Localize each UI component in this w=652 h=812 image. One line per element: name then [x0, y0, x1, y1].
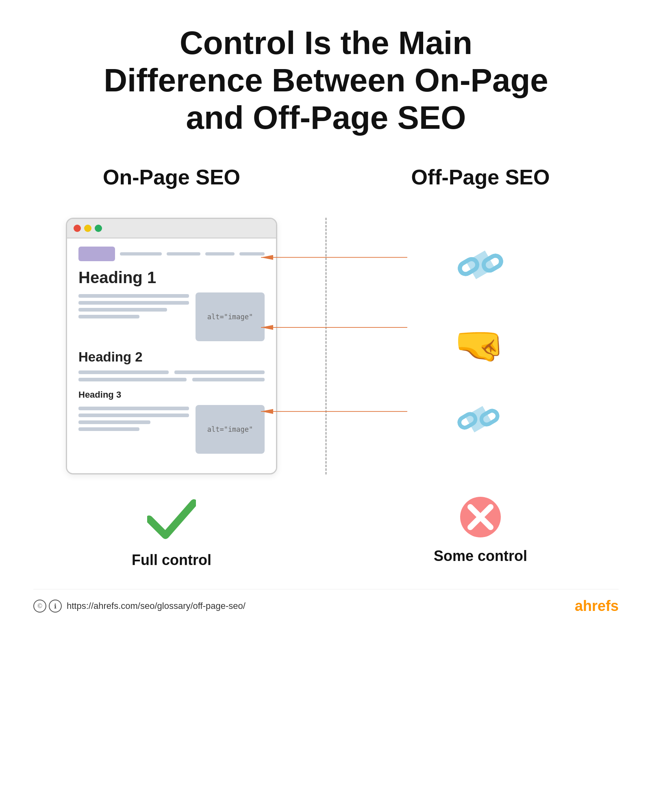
nav-line-1 [120, 252, 162, 256]
bottom-left: Full control [33, 495, 310, 569]
some-control-label: Some control [434, 548, 527, 565]
text-line [78, 370, 169, 374]
text-lines-wide [78, 370, 265, 381]
column-divider [326, 218, 327, 474]
nav-line-2 [167, 252, 200, 256]
browser-heading-1: Heading 1 [78, 269, 265, 287]
icon-item-hand: 🤜 [454, 307, 505, 384]
image-placeholder-2: alt="image" [196, 405, 265, 454]
left-col-heading: On-Page SEO [103, 165, 240, 189]
text-line [78, 414, 189, 417]
icon-item-backlink-1 [454, 230, 507, 307]
chain-link-icon-1 [454, 238, 507, 299]
browser-dot-yellow [84, 225, 91, 232]
browser-mockup: Heading 1 alt="image" [66, 218, 277, 474]
right-icons-column: 🤜 [310, 218, 619, 474]
text-line [174, 370, 265, 374]
icon-item-backlink-2 [454, 384, 503, 461]
browser-navbar [78, 247, 265, 261]
right-icons-list: 🤜 [454, 222, 507, 461]
text-line [192, 378, 265, 381]
info-icon: ℹ [49, 600, 62, 613]
nav-line-4 [239, 252, 265, 256]
content-row-2: alt="image" [78, 405, 265, 454]
full-control-label: Full control [132, 552, 211, 569]
text-line [78, 407, 189, 410]
text-line [78, 301, 189, 305]
ahrefs-logo: ahrefs [575, 598, 619, 615]
main-title: Control Is the Main Difference Between O… [102, 24, 550, 136]
hand-icon: 🤜 [454, 325, 505, 366]
browser-topbar [67, 219, 276, 238]
chain-link-icon-2 [454, 395, 503, 451]
bottom-right: Some control [310, 495, 619, 569]
text-line [78, 315, 139, 318]
checkmark-svg [147, 495, 196, 543]
footer: © ℹ https://ahrefs.com/seo/glossary/off-… [33, 589, 619, 615]
text-line [78, 294, 189, 298]
browser-heading-2: Heading 2 [78, 349, 265, 365]
footer-url: https://ahrefs.com/seo/glossary/off-page… [67, 601, 246, 611]
text-line [78, 427, 139, 431]
text-line [78, 378, 187, 381]
right-col-heading: Off-Page SEO [411, 165, 550, 189]
footer-license-icons: © ℹ [33, 600, 62, 613]
footer-left: © ℹ https://ahrefs.com/seo/glossary/off-… [33, 600, 246, 613]
browser-dot-red [74, 225, 81, 232]
browser-heading-3: Heading 3 [78, 390, 265, 400]
browser-dot-green [95, 225, 102, 232]
nav-logo-placeholder [78, 247, 115, 261]
browser-body: Heading 1 alt="image" [67, 238, 276, 473]
text-lines-1 [78, 292, 189, 341]
text-line [78, 420, 150, 424]
text-lines-2 [78, 405, 189, 454]
page-wrapper: Control Is the Main Difference Between O… [0, 0, 652, 812]
content-row-1: alt="image" [78, 292, 265, 341]
main-content-area: Heading 1 alt="image" [33, 218, 619, 474]
cc-icon: © [33, 600, 46, 613]
chain-svg-1 [454, 238, 507, 291]
image-placeholder-1: alt="image" [196, 292, 265, 341]
chain-svg-2 [454, 395, 503, 444]
text-line [78, 308, 167, 312]
nav-line-3 [205, 252, 235, 256]
xmark-svg [458, 495, 503, 539]
bottom-section: Full control Some control [33, 495, 619, 569]
left-browser-column: Heading 1 alt="image" [33, 218, 310, 474]
